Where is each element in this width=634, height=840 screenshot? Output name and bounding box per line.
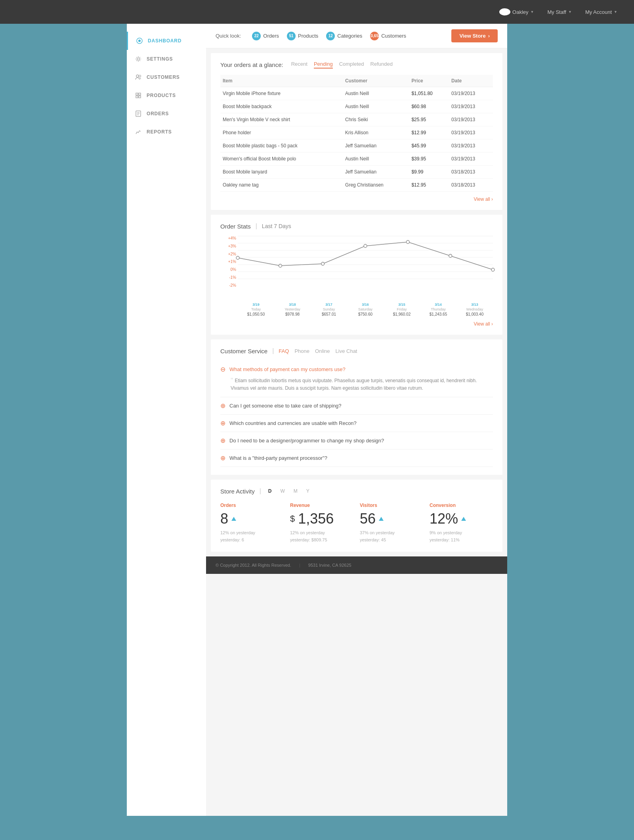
svg-point-26 [491,268,495,271]
faq-question-2[interactable]: ⊕ Which countries and currencies are usa… [220,419,493,427]
faq-question-4[interactable]: ⊕ What is a "third-party payment process… [220,454,493,462]
col-date: Date [449,75,493,87]
footer-divider: | [299,563,300,568]
cell-date: 03/19/2013 [449,113,493,126]
activity-grid: Orders 8 12% on yesterdayyesterday: 6 Re… [220,503,493,543]
brand-chevron: ▼ [531,10,534,14]
svg-point-1 [138,40,141,42]
orders-tabs: Recent Pending Completed Refunded [291,61,393,69]
cs-tab-faq[interactable]: FAQ [279,348,289,354]
main-content: Quick look: 22 Orders 51 Products 12 Cat… [206,24,507,816]
metric-label: Visitors [360,503,423,508]
sidebar-item-reports[interactable]: REPORTS [127,123,206,141]
metric-value: 56 [360,510,423,527]
cell-date: 03/19/2013 [449,126,493,139]
activity-tab-m[interactable]: M [291,488,300,495]
svg-point-25 [449,254,452,257]
quick-look-categories[interactable]: 12 Categories [326,32,362,40]
cell-price: $12.99 [409,126,449,139]
cell-customer: Jeff Samuelian [343,139,409,152]
sidebar-item-dashboard[interactable]: DASHBOARD [127,32,206,50]
products-badge: 51 [287,32,296,40]
cell-date: 03/18/2013 [449,166,493,179]
stats-subtitle: Last 7 Days [262,223,291,229]
cell-customer: Chris Seiki [343,113,409,126]
customers-badge: 10,654 [370,32,379,40]
chart-date-item: 3/16Saturday [347,303,384,311]
svg-rect-7 [136,96,138,98]
cell-customer: Jeff Samuelian [343,166,409,179]
chart-date-item: 3/13Wednsday [456,303,493,311]
sidebar-item-customers[interactable]: CUSTOMERS [127,68,206,86]
footer-address: 9531 Irvine, CA 92625 [308,563,351,568]
tab-recent[interactable]: Recent [291,61,307,69]
sidebar-products-label: PRODUCTS [147,93,176,98]
trend-up-icon [379,517,384,521]
activity-tab-d[interactable]: D [266,488,274,495]
orders-table: Item Customer Price Date Virgin Mobile i… [220,75,493,192]
faq-q0-text: What methods of payment can my customers… [229,366,346,372]
cs-header: Customer Service | FAQ Phone Online Live… [220,347,493,354]
yaxis-4: +4% [220,236,236,240]
tab-refunded[interactable]: Refunded [370,61,393,69]
metric-label: Conversion [430,503,493,508]
cs-tab-livechat[interactable]: Live Chat [336,348,357,354]
cell-item: Boost Mobile backpack [220,100,343,113]
chart-value-item: $1,050.50 [238,312,274,316]
tab-pending[interactable]: Pending [314,61,333,69]
arrow-right-icon2: › [491,321,493,327]
products-label: Products [298,33,318,39]
metric-sub: 12% on yesterdayyesterday: $809.75 [290,530,353,543]
table-row: Oakley name tag Greg Christiansen $12.95… [220,179,493,192]
sidebar-item-settings[interactable]: SETTINGS [127,50,206,68]
chart-svg-area [238,236,493,299]
cell-customer: Austin Neill [343,152,409,166]
cs-tab-online[interactable]: Online [315,348,330,354]
cell-item: Women's official Boost Mobile polo [220,152,343,166]
orders-badge: 22 [252,32,261,40]
faq-q1-text: Can I get someone else to take care of s… [229,403,342,409]
chart-date-item: 3/15Friday [384,303,420,311]
view-all-orders[interactable]: View all › [220,196,493,202]
faq-a0-text: Etiam sollicitudin lobortis metus quis v… [231,378,477,391]
my-staff-menu[interactable]: My Staff ▼ [543,7,577,17]
cs-tab-phone[interactable]: Phone [294,348,309,354]
table-row: Phone holder Kris Allison $12.99 03/19/2… [220,126,493,139]
view-store-button[interactable]: View Store › [451,29,498,42]
cell-date: 03/18/2013 [449,179,493,192]
cs-tabs: FAQ Phone Online Live Chat [279,348,357,354]
faq-question-0[interactable]: ⊖ What methods of payment can my custome… [220,366,493,373]
sidebar-item-orders[interactable]: ORDERS [127,105,206,123]
stats-divider: | [256,223,257,230]
quick-look-orders[interactable]: 22 Orders [252,32,279,40]
activity-tab-y[interactable]: Y [304,488,312,495]
brand-menu[interactable]: Oakley ▼ [495,6,539,18]
sidebar-reports-label: REPORTS [147,129,172,135]
faq-item-3: ⊕ Do I need to be a designer/programmer … [220,432,493,450]
faq-q3-text: Do I need to be a designer/programmer to… [229,438,384,444]
cell-item: Virgin Mobile iPhone fixture [220,87,343,100]
metric-label: Orders [220,503,284,508]
cs-title: Customer Service [220,348,267,354]
view-all-stats[interactable]: View all › [220,321,493,327]
svg-point-24 [406,240,409,244]
activity-tab-w[interactable]: W [278,488,287,495]
faq-q2-text: Which countries and currencies are usabl… [229,420,357,426]
faq-question-1[interactable]: ⊕ Can I get someone else to take care of… [220,402,493,410]
chart-date-item: 3/19Today [238,303,274,311]
faq-item-4: ⊕ What is a "third-party payment process… [220,450,493,467]
chart-value-item: $978.98 [274,312,311,316]
sidebar-item-products[interactable]: PRODUCTS [127,86,206,105]
cell-date: 03/19/2013 [449,152,493,166]
my-account-menu[interactable]: My Account ▼ [581,7,622,17]
chart-date-item: 3/14Thursday [420,303,456,311]
account-chevron: ▼ [614,10,617,14]
tab-completed[interactable]: Completed [339,61,364,69]
cell-item: Boost Mobile lanyard [220,166,343,179]
quick-look-customers[interactable]: 10,654 Customers [370,32,406,40]
quick-look-products[interactable]: 51 Products [287,32,318,40]
faq-question-3[interactable]: ⊕ Do I need to be a designer/programmer … [220,437,493,444]
reports-icon [135,128,142,135]
cell-customer: Austin Neill [343,100,409,113]
products-icon [135,92,142,99]
